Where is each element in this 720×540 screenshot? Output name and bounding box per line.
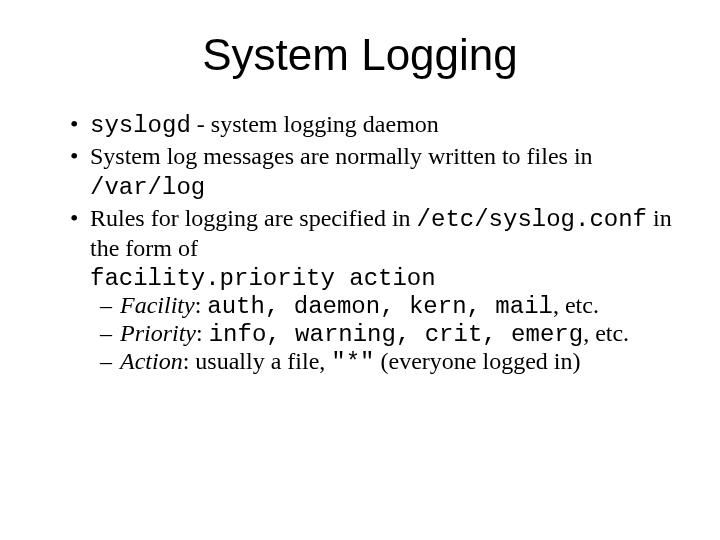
body-text: , etc. [583,320,629,346]
body-text: , etc. [553,292,599,318]
body-text: : usually a file, [183,348,332,374]
code-text: syslogd [90,112,191,139]
bullet-item: Rules for logging are specified in /etc/… [70,204,680,264]
term-label: Action [120,348,183,374]
body-text: System log messages are normally written… [90,143,593,169]
sub-bullet-item: Action: usually a file, "*" (everyone lo… [100,348,680,376]
sub-bullet-list: Facility: auth, daemon, kern, mail, etc.… [40,292,680,376]
code-text: /var/log [90,174,205,201]
body-text: : [195,292,208,318]
code-text: /etc/syslog.conf [417,206,647,233]
body-text: : [196,320,209,346]
body-text: - system logging daemon [191,111,439,137]
body-text: (everyone logged in) [375,348,581,374]
page-title: System Logging [40,30,680,80]
body-text: Rules for logging are specified in [90,205,417,231]
term-label: Priority [120,320,196,346]
code-text: info, warning, crit, emerg [209,321,583,348]
bullet-list: syslogd - system logging daemon System l… [40,110,680,263]
bullet-item: System log messages are normally written… [70,142,680,202]
form-line: facility.priority action [90,265,680,292]
sub-bullet-item: Facility: auth, daemon, kern, mail, etc. [100,292,680,320]
bullet-item: syslogd - system logging daemon [70,110,680,140]
slide: System Logging syslogd - system logging … [0,0,720,540]
sub-bullet-item: Priority: info, warning, crit, emerg, et… [100,320,680,348]
term-label: Facility [120,292,195,318]
code-text: auth, daemon, kern, mail [207,293,553,320]
code-text: "*" [331,349,374,376]
